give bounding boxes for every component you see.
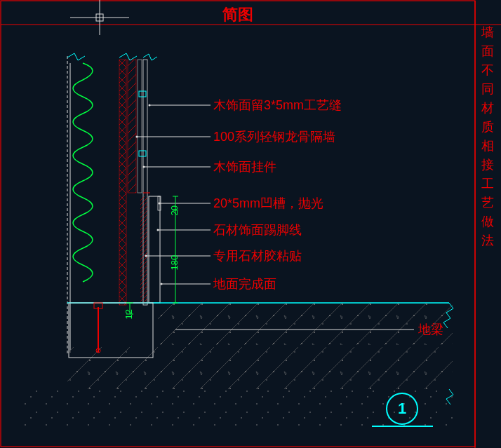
callout-veneer-hanger: 木饰面挂件 [213, 158, 276, 175]
svg-rect-18 [139, 151, 146, 156]
callout-process-gap: 木饰面留3*5mm工艺缝 [213, 97, 342, 114]
svg-point-38 [136, 136, 138, 138]
dim-20: 20 [169, 205, 180, 215]
svg-rect-15 [138, 60, 142, 193]
callout-groove: 20*5mm凹槽，抛光 [213, 195, 323, 212]
svg-point-41 [157, 229, 159, 231]
svg-point-43 [161, 283, 163, 285]
detail-number: 1 [398, 400, 406, 418]
svg-rect-13 [119, 60, 126, 305]
dim-180: 180 [169, 255, 180, 271]
svg-point-40 [159, 203, 161, 205]
svg-rect-14 [128, 60, 136, 193]
callout-adhesive: 专用石材胶粘贴 [213, 247, 302, 264]
stud-spring-icon [73, 63, 93, 282]
svg-rect-23 [158, 303, 453, 345]
callout-ffl: 地面完成面 [213, 276, 276, 292]
svg-rect-24 [67, 347, 453, 389]
callout-ground-beam: 地梁 [418, 321, 443, 338]
dim-12: 12 [123, 309, 134, 319]
callout-stone-skirting: 石材饰面踢脚线 [213, 222, 302, 238]
callout-stud-wall: 100系列轻钢龙骨隔墙 [213, 128, 335, 145]
svg-point-42 [145, 255, 147, 257]
svg-rect-20 [149, 196, 160, 303]
svg-rect-21 [140, 196, 147, 303]
svg-point-39 [143, 166, 145, 168]
svg-point-37 [149, 104, 151, 107]
svg-rect-17 [139, 91, 146, 97]
drawing-title: 简图 [0, 4, 476, 25]
svg-rect-25 [21, 389, 456, 431]
